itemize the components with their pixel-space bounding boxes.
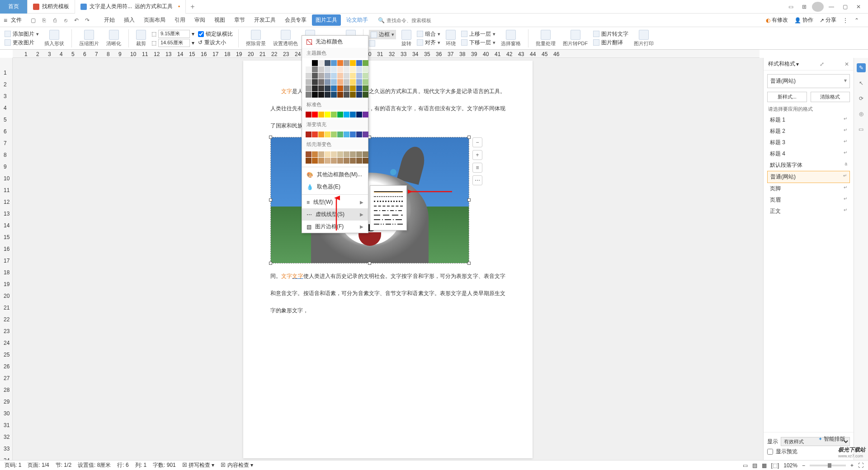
menu-tab-6[interactable]: 章节 [231, 14, 249, 26]
color-picker-item[interactable]: 💧取色器(E) [302, 181, 368, 193]
color-swatch[interactable] [331, 151, 337, 157]
color-swatch[interactable] [306, 132, 311, 137]
border-button[interactable]: 边框▾ [369, 30, 396, 39]
color-swatch[interactable] [325, 158, 330, 164]
rotate-button[interactable]: 旋转 [400, 30, 413, 47]
color-swatch[interactable] [318, 112, 324, 118]
tab-home[interactable]: 首页 [0, 0, 28, 14]
more-float-icon[interactable]: ⋯ [472, 175, 482, 185]
layout-icon[interactable]: ▭ [785, 2, 797, 12]
minimize-icon[interactable]: — [826, 2, 837, 12]
color-swatch[interactable] [363, 79, 368, 85]
tab-document[interactable]: 文字是人类用符...远的方式和工具 • [75, 0, 186, 14]
search-box[interactable]: 🔍 [378, 17, 441, 24]
color-swatch[interactable] [344, 92, 349, 98]
dash-longdotdot[interactable] [374, 224, 403, 225]
compress-button[interactable]: 压缩图片 [77, 30, 101, 47]
reset-size-button[interactable]: ↺重设大小 [198, 39, 233, 47]
color-swatch[interactable] [363, 66, 368, 72]
color-swatch[interactable] [331, 66, 337, 72]
dash-dash[interactable] [374, 206, 403, 207]
color-swatch[interactable] [344, 151, 349, 157]
style-item[interactable]: 页眉↵ [767, 194, 850, 206]
zoom-out-icon[interactable]: − [472, 137, 482, 147]
translate-button[interactable]: 图片翻译 [593, 39, 628, 47]
color-swatch[interactable] [344, 158, 349, 164]
open-icon[interactable]: ⎘ [40, 16, 48, 24]
color-swatch[interactable] [356, 73, 362, 79]
color-swatch[interactable] [356, 60, 362, 66]
color-swatch[interactable] [350, 151, 356, 157]
color-swatch[interactable] [331, 112, 337, 118]
color-swatch[interactable] [344, 132, 349, 137]
menu-tab-4[interactable]: 审阅 [191, 14, 209, 26]
menu-tab-7[interactable]: 开发工具 [250, 14, 279, 26]
color-swatch[interactable] [306, 85, 311, 91]
color-swatch[interactable] [318, 158, 324, 164]
style-item[interactable]: 默认段落字体a [767, 160, 850, 171]
lock-ratio-checkbox[interactable]: 锁定纵横比 [198, 30, 233, 38]
collab-button[interactable]: 👤协作 [794, 16, 813, 24]
color-swatch[interactable] [318, 73, 324, 79]
color-swatch[interactable] [344, 85, 349, 91]
set-trans-button[interactable]: 设置透明色 [271, 30, 300, 47]
redo-icon[interactable]: ↷ [83, 16, 91, 24]
color-swatch[interactable] [363, 85, 368, 91]
color-swatch[interactable] [350, 66, 356, 72]
dash-solid[interactable] [374, 191, 403, 193]
color-swatch[interactable] [363, 151, 368, 157]
color-swatch[interactable] [337, 85, 343, 91]
color-swatch[interactable] [337, 158, 343, 164]
dash-longdot[interactable] [374, 219, 403, 220]
status-content[interactable]: ☒ 内容检查 ▾ [221, 461, 253, 469]
color-swatch[interactable] [350, 132, 356, 137]
sharpen-button[interactable]: 清晰化 [104, 30, 123, 47]
color-swatch[interactable] [312, 112, 318, 118]
color-swatch[interactable] [312, 73, 318, 79]
color-swatch[interactable] [306, 151, 311, 157]
color-swatch[interactable] [318, 92, 324, 98]
status-pages[interactable]: 页面: 1/4 [28, 461, 49, 469]
color-swatch[interactable] [331, 92, 337, 98]
new-icon[interactable]: ▢ [29, 16, 37, 24]
color-swatch[interactable] [356, 92, 362, 98]
color-swatch[interactable] [356, 79, 362, 85]
add-image-button[interactable]: 添加图片▾ [5, 30, 39, 38]
style-item[interactable]: 标题 1↵ [767, 114, 850, 126]
color-swatch[interactable] [306, 112, 311, 118]
view-mode-icon[interactable]: ▭ [743, 462, 748, 469]
share-button[interactable]: ↗分享 [820, 16, 836, 24]
color-swatch[interactable] [337, 66, 343, 72]
color-swatch[interactable] [350, 60, 356, 66]
search-input[interactable] [387, 18, 441, 23]
menu-tab-5[interactable]: 视图 [211, 14, 229, 26]
color-swatch[interactable] [356, 158, 362, 164]
color-swatch[interactable] [312, 92, 318, 98]
color-swatch[interactable] [318, 151, 324, 157]
color-swatch[interactable] [337, 92, 343, 98]
expand-icon[interactable]: ⌃ [854, 17, 859, 24]
crop-button[interactable]: 裁剪 [134, 30, 148, 47]
more-icon[interactable]: ⋮ [843, 17, 848, 24]
color-swatch[interactable] [325, 85, 330, 91]
color-swatch[interactable] [318, 79, 324, 85]
color-swatch[interactable] [344, 112, 349, 118]
color-swatch[interactable] [312, 151, 318, 157]
color-swatch[interactable] [318, 132, 324, 137]
color-swatch[interactable] [350, 112, 356, 118]
fullscreen-icon[interactable]: ⛶ [858, 462, 863, 469]
style-item[interactable]: 标题 2↵ [767, 126, 850, 137]
color-swatch[interactable] [337, 60, 343, 66]
menu-tab-9[interactable]: 图片工具 [312, 14, 341, 26]
remove-bg-button[interactable]: 抠除背景 [244, 30, 268, 47]
color-swatch[interactable] [306, 92, 311, 98]
color-swatch[interactable] [325, 132, 330, 137]
color-swatch[interactable] [363, 132, 368, 137]
close-icon[interactable]: ✕ [853, 2, 864, 12]
color-swatch[interactable] [325, 79, 330, 85]
zoom-in-status[interactable]: + [850, 462, 854, 469]
tab-add[interactable]: + [186, 3, 199, 11]
color-swatch[interactable] [356, 85, 362, 91]
color-swatch[interactable] [331, 132, 337, 137]
target-icon[interactable]: ◎ [857, 109, 866, 118]
